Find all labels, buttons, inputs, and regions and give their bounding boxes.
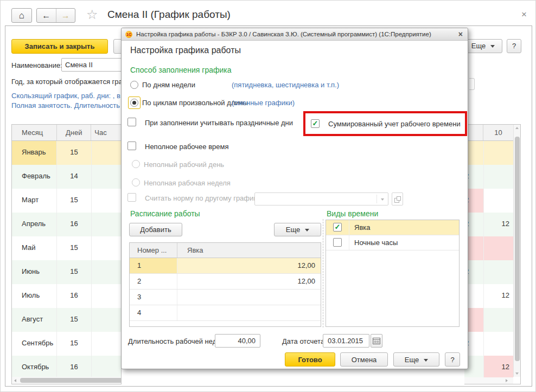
month-table-header: Месяц Дней Час [12, 125, 121, 141]
dialog-titlebar[interactable]: 1С Настройка графика работы - БЗКР 3.0 /… [122, 28, 468, 41]
add-button[interactable]: Добавить [129, 223, 182, 236]
window-more-button[interactable]: Еще [464, 39, 502, 53]
table-row[interactable]: 12 [464, 284, 513, 308]
radio-part-week-label: Неполная рабочая неделя [144, 179, 231, 187]
checkbox-summary-time-label[interactable]: Суммированный учет рабочего времени [328, 120, 461, 128]
schedule-more-button[interactable]: Еще [274, 223, 321, 236]
table-row[interactable]: Май15 [12, 236, 121, 260]
radio-by-cycles[interactable] [130, 99, 138, 107]
history-nav-group: ← → [36, 8, 75, 23]
window-more-label: Еще [471, 42, 486, 50]
scroll-up-icon[interactable] [515, 127, 519, 129]
dialog-more-button[interactable]: Еще [393, 352, 439, 367]
checkbox-part-time-label[interactable]: Неполное рабочее время [145, 143, 228, 151]
radio-part-day [132, 160, 140, 168]
col-header-attendance[interactable]: Явка [177, 243, 321, 258]
radio-by-week[interactable] [130, 81, 138, 89]
scroll-left-icon[interactable] [14, 379, 16, 382]
norm-schedule-combobox[interactable] [254, 192, 388, 205]
scroll-down-icon[interactable] [515, 372, 519, 375]
table-row[interactable]: 212 [464, 213, 513, 236]
home-button[interactable]: ⌂ [11, 8, 32, 23]
column-divider [349, 235, 349, 250]
calendar-fragment-header: 10 [464, 125, 513, 141]
dialog-close-icon[interactable]: × [458, 30, 463, 38]
table-row[interactable]: 2 [464, 189, 513, 213]
horizontal-scrollbar[interactable] [12, 377, 121, 384]
window-help-button[interactable]: ? [507, 39, 521, 53]
table-row[interactable]: 2 [464, 165, 513, 189]
table-row[interactable] [464, 141, 513, 165]
time-kinds-heading: Виды времени [327, 209, 378, 218]
checkbox-holidays[interactable] [127, 118, 136, 126]
panel-splitter[interactable] [323, 219, 323, 327]
by-cycles-hint: (сменные графики) [232, 99, 295, 107]
chevron-down-icon [424, 359, 428, 362]
checkbox-attendance[interactable]: ✓ [333, 223, 342, 232]
table-row[interactable]: Июль16 [12, 284, 121, 308]
table-row[interactable]: Октябрь16 [12, 356, 121, 380]
table-row[interactable] [464, 308, 513, 332]
table-row[interactable]: Январь15 [12, 141, 121, 165]
col-header-day-10[interactable]: 10 [483, 125, 513, 140]
cancel-button[interactable]: Отмена [340, 352, 388, 367]
checkbox-norm-other-label: Считать норму по другому графику: [145, 194, 262, 202]
schedule-table: Номер ... Явка 112,00 212,00 3 4 [129, 242, 321, 327]
horizontal-scrollbar[interactable] [464, 377, 513, 384]
table-row[interactable]: Март15 [12, 189, 121, 213]
favorite-star-icon[interactable]: ☆ [86, 8, 98, 22]
table-row[interactable]: Август15 [12, 308, 121, 332]
col-header-days[interactable]: Дней [57, 125, 91, 140]
table-row[interactable]: 12 [464, 356, 513, 380]
table-row[interactable]: Июнь15 [12, 260, 121, 284]
table-row[interactable]: 112,00 [130, 258, 321, 274]
radio-by-week-label[interactable]: По дням недели [142, 81, 195, 89]
dialog-help-button[interactable]: ? [445, 352, 460, 367]
month-table: Месяц Дней Час Январь15 Февраль14 Март15… [11, 124, 122, 384]
checkbox-part-time[interactable] [127, 142, 136, 150]
window-close-icon[interactable]: × [517, 8, 531, 22]
table-row[interactable]: 2 [464, 260, 513, 284]
scroll-right-icon[interactable] [506, 379, 508, 382]
week-length-input[interactable] [215, 334, 260, 348]
page-title: Смена II (График работы) [107, 9, 231, 21]
col-header-number[interactable]: Номер ... [130, 243, 177, 258]
list-item[interactable]: Ночные часы [326, 235, 459, 250]
start-date-label: Дата отсчета: [282, 337, 327, 345]
dialog-more-label: Еще [405, 356, 419, 364]
col-header-hours[interactable]: Час [91, 125, 121, 140]
save-close-button[interactable]: Записать и закрыть [11, 39, 108, 54]
time-kind-label: Ночные часы [354, 235, 398, 250]
year-field-partial[interactable] [469, 78, 475, 90]
schedule-summary-link-2[interactable]: Полная занятость. Длительность [11, 101, 122, 110]
list-item[interactable]: ✓ Явка [326, 220, 459, 235]
vertical-scrollbar[interactable] [513, 125, 520, 377]
name-input[interactable] [61, 58, 124, 72]
chevron-down-icon[interactable] [381, 198, 384, 201]
table-row[interactable]: 3 [130, 290, 321, 305]
table-row[interactable]: 4 [130, 305, 321, 321]
scrollbar-thumb[interactable] [20, 378, 122, 383]
year-caption: Год, за который отображается гра [11, 78, 122, 86]
schedule-summary-link-1[interactable]: Скользящий график, раб. дни: , в [11, 92, 122, 100]
calendar-picker-button[interactable] [371, 334, 382, 348]
col-header-month[interactable]: Месяц [12, 125, 57, 140]
table-row[interactable]: Сентябрь15 [12, 332, 121, 356]
checkbox-holidays-label[interactable]: При заполнении учитывать праздничные дни [145, 119, 293, 127]
start-date-input[interactable] [323, 334, 369, 348]
column-divider [349, 220, 349, 235]
table-row[interactable] [464, 236, 513, 260]
table-row[interactable]: Апрель16 [12, 213, 121, 236]
done-button[interactable]: Готово [285, 352, 335, 367]
radio-part-week [132, 178, 140, 187]
scrollbar-thumb[interactable] [515, 137, 520, 361]
checkbox-summary-time[interactable]: ✓ [311, 119, 320, 128]
forward-button[interactable]: → [56, 9, 75, 22]
checkbox-night-hours[interactable] [333, 238, 342, 247]
table-row[interactable]: 2 [464, 332, 513, 356]
open-reference-button[interactable] [392, 192, 403, 205]
back-button[interactable]: ← [37, 9, 56, 22]
calendar-icon [373, 338, 380, 344]
table-row[interactable]: 212,00 [130, 274, 321, 290]
table-row[interactable]: Февраль14 [12, 165, 121, 189]
